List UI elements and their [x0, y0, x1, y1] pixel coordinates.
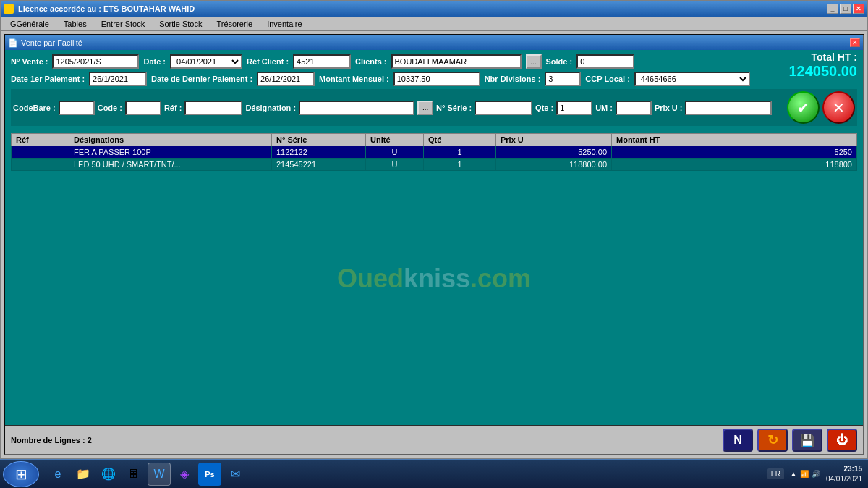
taskbar-icon-ie[interactable]: e [46, 463, 69, 486]
taskbar-clock: 23:15 04/01/2021 [826, 464, 862, 484]
table-section: Réf Désignations N° Série Unité Qté Prix… [11, 133, 857, 171]
sub-window-title: Vente par Facilité [21, 38, 82, 47]
date-label: Date : [143, 57, 166, 66]
date-dernier-input[interactable] [257, 72, 315, 86]
um-input[interactable] [616, 101, 652, 115]
total-ht-label: Total HT : [788, 51, 857, 63]
clients-browse-button[interactable]: ... [526, 54, 542, 69]
cell-qte: 1 [424, 146, 496, 159]
codebarre-input[interactable] [59, 101, 95, 115]
network-icon: ▲ [790, 470, 797, 478]
col-header-prix: Prix U [496, 134, 612, 146]
nombre-lignes-section: Nombre de Lignes : 2 [11, 436, 92, 445]
ref-client-input[interactable] [293, 54, 351, 69]
ccp-local-dropdown[interactable]: 44654666 [634, 72, 750, 86]
date-dropdown[interactable]: 04/01/2021 [170, 54, 242, 69]
bottom-bar: Nombre de Lignes : 2 N ↻ 💾 ⏻ [5, 425, 863, 454]
col-header-nserie: N° Série [272, 134, 366, 146]
main-window: Licence accordée au : ETS BOUTAHAR WAHID… [0, 0, 868, 459]
montant-mensuel-label: Montant Mensuel : [319, 75, 389, 83]
watermark: Ouedkniss.com [337, 264, 531, 294]
clients-input[interactable] [391, 54, 522, 69]
ref-input[interactable] [184, 101, 242, 115]
confirm-button[interactable]: ✔ [787, 91, 820, 124]
prix-u-label: Prix U : [655, 104, 683, 112]
code-input[interactable] [125, 101, 161, 115]
qte-label: Qte : [535, 104, 553, 112]
menu-entrer-stock[interactable]: Entrer Stock [95, 17, 152, 30]
designation-browse-button[interactable]: ... [417, 101, 433, 115]
menu-tresorerie[interactable]: Trésorerie [210, 17, 259, 30]
menu-tables[interactable]: Tables [57, 17, 93, 30]
sub-title-bar: 📄 Vente par Facilité ✕ [5, 35, 863, 50]
close-button[interactable]: ✕ [853, 4, 864, 14]
btn-refresh[interactable]: ↻ [757, 429, 788, 452]
form-area: N° Vente : Date : 04/01/2021 Réf Client … [5, 50, 863, 132]
menu-generale[interactable]: GGénérale [4, 17, 56, 30]
n-vente-label: N° Vente : [11, 57, 48, 66]
taskbar-right: FR ▲ 📶 🔊 23:15 04/01/2021 [767, 464, 868, 484]
volume-icon: 🔊 [812, 470, 820, 478]
table-row[interactable]: LED 50 UHD / SMART/TNT/... 214545221 U 1… [12, 159, 857, 171]
wifi-icon: 📶 [800, 470, 809, 478]
prix-u-input[interactable] [685, 101, 772, 115]
table-row[interactable]: FER A PASSER 100P 1122122 U 1 5250.00 52… [12, 146, 857, 159]
sub-window: 📄 Vente par Facilité ✕ N° Vente : Date :… [4, 34, 864, 455]
taskbar-icon-calc[interactable]: 🖩 [122, 463, 145, 486]
taskbar-icon-folder[interactable]: 📁 [72, 463, 95, 486]
btn-n[interactable]: N [723, 429, 753, 452]
designation-label: Désignation : [245, 104, 296, 112]
btn-save[interactable]: 💾 [792, 429, 822, 452]
ref-client-label: Réf Client : [247, 57, 289, 66]
col-header-montant: Montant HT [612, 134, 857, 146]
title-buttons: _ □ ✕ [827, 4, 864, 14]
designation-input[interactable] [299, 101, 414, 115]
nombre-lignes-label: Nombre de Lignes : [11, 436, 85, 445]
nbr-divisions-input[interactable] [545, 72, 581, 86]
taskbar-icon-dev[interactable]: ◈ [173, 463, 196, 486]
cell-ref [12, 146, 69, 159]
app-icon [4, 4, 14, 14]
montant-mensuel-input[interactable] [393, 72, 480, 86]
total-ht-section: Total HT : 124050.00 [788, 51, 857, 80]
qte-input[interactable] [556, 101, 592, 115]
cell-qte: 1 [424, 159, 496, 171]
date1er-label: Date 1er Paiement : [11, 75, 85, 83]
watermark-oued: Oued [337, 264, 404, 293]
date1er-input[interactable] [89, 72, 147, 86]
clock-time: 23:15 [826, 464, 862, 474]
cancel-entry-button[interactable]: ✕ [822, 91, 855, 124]
start-button[interactable]: ⊞ [3, 461, 39, 487]
taskbar-icon-photoshop[interactable]: Ps [198, 463, 221, 486]
solde-input[interactable] [576, 54, 634, 69]
system-tray-icons: ▲ 📶 🔊 [790, 470, 820, 478]
date-dernier-label: Date de Dernier Paiement : [151, 75, 252, 83]
col-header-ref: Réf [12, 134, 69, 146]
taskbar-icon-mail[interactable]: ✉ [224, 463, 247, 486]
sub-window-icon: 📄 [8, 38, 18, 48]
cell-unite: U [366, 146, 424, 159]
nserie-label: N° Série : [436, 104, 472, 112]
nombre-lignes-value: 2 [88, 436, 92, 445]
watermark-kniss: kniss [404, 264, 470, 293]
menu-bar: GGénérale Tables Entrer Stock Sortie Sto… [1, 17, 867, 31]
cell-montant: 5250 [612, 146, 857, 159]
menu-inventaire[interactable]: Inventaire [260, 17, 308, 30]
um-label: UM : [595, 104, 613, 112]
taskbar-icon-chrome[interactable]: 🌐 [97, 463, 120, 486]
cell-prix: 118800.00 [496, 159, 612, 171]
minimize-button[interactable]: _ [827, 4, 838, 14]
cell-nserie: 214545221 [272, 159, 366, 171]
window-title: Licence accordée au : ETS BOUTAHAR WAHID [18, 4, 195, 13]
n-vente-input[interactable] [52, 54, 139, 69]
menu-sortie-stock[interactable]: Sortie Stock [153, 17, 208, 30]
taskbar-icons: e 📁 🌐 🖩 W ◈ Ps ✉ [42, 463, 767, 486]
sub-close-button[interactable]: ✕ [850, 38, 860, 47]
btn-power[interactable]: ⏻ [827, 429, 857, 452]
maximize-button[interactable]: □ [840, 4, 851, 14]
cell-nserie: 1122122 [272, 146, 366, 159]
nserie-input[interactable] [475, 101, 532, 115]
nbr-divisions-label: Nbr Divisions : [485, 75, 541, 83]
sub-title-left: 📄 Vente par Facilité [8, 38, 82, 48]
taskbar-icon-word[interactable]: W [148, 463, 171, 486]
